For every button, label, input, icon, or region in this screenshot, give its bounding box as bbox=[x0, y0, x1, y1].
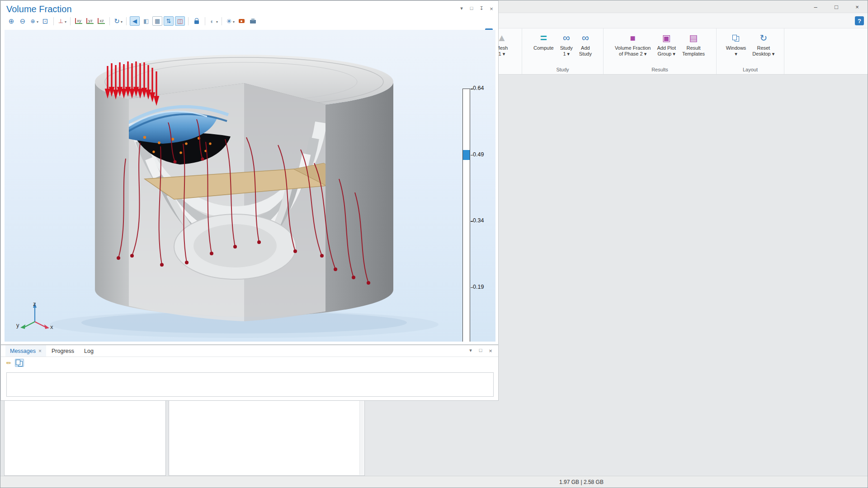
dropdown-caret bbox=[64, 18, 66, 24]
view-xz-button[interactable]: xz bbox=[96, 16, 106, 26]
view-yz-icon: yz bbox=[86, 18, 94, 24]
print-icon bbox=[250, 18, 256, 25]
ribbon-volume-fraction-button[interactable]: Volume Fractionof Phase 2 ▾ bbox=[612, 29, 653, 66]
add-plot-group-icon bbox=[662, 34, 671, 42]
rotate-scene-button[interactable] bbox=[113, 16, 123, 26]
default-view-button[interactable] bbox=[57, 16, 67, 26]
plot-3d-scene[interactable]: z x y 0.640.490.340.190.05 bbox=[5, 30, 495, 342]
legend-value: 0.49 bbox=[473, 151, 491, 158]
zoom-out-icon bbox=[19, 18, 26, 25]
lock-axes-icon bbox=[193, 18, 200, 25]
right-column: Volume Fraction xyyzxz Time=6000 s Isosu… bbox=[0, 0, 499, 401]
color-legend-bar bbox=[462, 89, 470, 342]
ribbon-study-button[interactable]: Study1 ▾ bbox=[557, 29, 576, 66]
axis-x-label: x bbox=[50, 324, 53, 330]
ribbon-windows-button[interactable]: Windows▾ bbox=[723, 29, 749, 66]
ribbon-compute-button[interactable]: Compute bbox=[531, 29, 557, 66]
legend-value: 0.64 bbox=[473, 85, 491, 91]
axis-y-label: y bbox=[16, 322, 19, 328]
tab-log[interactable]: Log bbox=[80, 345, 98, 357]
panel-menu-icon[interactable] bbox=[458, 5, 465, 12]
snapshot-icon bbox=[238, 18, 245, 25]
messages-tabs: MessagesProgressLog bbox=[1, 345, 498, 357]
scene-light-icon bbox=[209, 18, 216, 25]
lock-axes-button[interactable] bbox=[192, 16, 202, 26]
toolbar-separator bbox=[70, 17, 71, 25]
result-templates-icon bbox=[689, 34, 698, 42]
pointer-select-icon bbox=[132, 18, 138, 25]
environment-button[interactable] bbox=[225, 16, 235, 26]
close-panel-icon[interactable] bbox=[487, 347, 494, 354]
dropdown-caret bbox=[232, 18, 235, 24]
zoom-in-icon bbox=[8, 18, 15, 25]
clear-messages-icon[interactable] bbox=[5, 359, 12, 366]
toolbar-separator bbox=[109, 17, 110, 25]
zoom-box-button[interactable] bbox=[29, 16, 39, 26]
snapshot-button[interactable] bbox=[236, 16, 246, 26]
dropdown-caret bbox=[216, 18, 218, 24]
minimize-button[interactable]: – bbox=[805, 0, 826, 13]
legend-value: 0.19 bbox=[473, 284, 491, 290]
help-button[interactable]: ? bbox=[855, 16, 864, 25]
ribbon-group-label: Study bbox=[523, 66, 602, 74]
legend-tick bbox=[471, 221, 473, 222]
zoom-extents-button[interactable] bbox=[40, 16, 50, 26]
close-button[interactable]: × bbox=[847, 0, 868, 13]
toolbar-separator bbox=[53, 17, 54, 25]
view-xy-button[interactable]: xy bbox=[74, 16, 84, 26]
messages-toolbar bbox=[1, 357, 498, 368]
ribbon-group-results: Volume Fractionof Phase 2 ▾Add PlotGroup… bbox=[604, 28, 717, 74]
zoom-out-button[interactable] bbox=[18, 16, 28, 26]
panel-menu-icon[interactable] bbox=[467, 347, 474, 354]
pin-panel-icon[interactable] bbox=[478, 5, 485, 12]
color-legend-button[interactable] bbox=[175, 16, 185, 26]
ribbon-result-templates-button[interactable]: ResultTemplates bbox=[679, 29, 708, 66]
ribbon-group-study: ComputeStudy1 ▾AddStudyStudy bbox=[522, 28, 604, 74]
float-panel-icon[interactable] bbox=[468, 5, 475, 12]
default-view-icon bbox=[57, 18, 64, 25]
pointer-select-button[interactable] bbox=[130, 16, 140, 26]
axis-z-label: z bbox=[33, 301, 36, 307]
messages-panel-icons bbox=[467, 347, 498, 354]
float-panel-icon[interactable] bbox=[477, 347, 484, 354]
close-tab-icon[interactable] bbox=[38, 348, 42, 354]
memory-usage: 1.97 GB | 2.58 GB bbox=[525, 479, 638, 485]
view-yz-button[interactable]: yz bbox=[85, 16, 95, 26]
plot-settings-button[interactable] bbox=[164, 16, 174, 26]
zoom-in-button[interactable] bbox=[6, 16, 16, 26]
rotate-scene-icon bbox=[113, 18, 120, 25]
tab-messages[interactable]: Messages bbox=[5, 345, 46, 357]
transparency-icon bbox=[143, 18, 150, 25]
tab-progress[interactable]: Progress bbox=[47, 345, 79, 357]
close-panel-icon[interactable] bbox=[488, 5, 495, 12]
ribbon-add-plot-group-button[interactable]: Add PlotGroup ▾ bbox=[654, 29, 679, 66]
legend-value: 0.34 bbox=[473, 217, 491, 224]
tab-label: Messages bbox=[10, 348, 36, 354]
toolbar-separator bbox=[205, 17, 205, 25]
dropdown-caret bbox=[120, 18, 123, 24]
graphics-title: Volume Fraction bbox=[6, 4, 458, 14]
volume-fraction-plot bbox=[5, 30, 495, 342]
ribbon-add-study-button[interactable]: AddStudy bbox=[576, 29, 594, 66]
comsol-window: low_permeable_lens_bms.mph - COMSOL Mult… bbox=[0, 0, 868, 488]
reset-desktop-icon bbox=[760, 34, 767, 42]
study-icon bbox=[563, 34, 570, 42]
zoom-extents-icon bbox=[42, 18, 49, 25]
copy-messages-icon[interactable] bbox=[15, 359, 24, 367]
messages-panel: MessagesProgressLog bbox=[0, 345, 499, 401]
messages-content[interactable] bbox=[6, 372, 494, 397]
maximize-button[interactable]: □ bbox=[826, 0, 847, 13]
windows-icon bbox=[733, 34, 740, 42]
transparency-button[interactable] bbox=[141, 16, 151, 26]
toolbar-separator bbox=[188, 17, 189, 25]
show-grid-button[interactable] bbox=[152, 16, 162, 26]
volume-fraction-icon bbox=[629, 34, 636, 42]
plot-settings-icon bbox=[165, 18, 172, 25]
print-button[interactable] bbox=[248, 16, 258, 26]
scene-light-button[interactable] bbox=[208, 16, 218, 26]
tab-label: Log bbox=[84, 348, 94, 354]
color-legend-icon bbox=[177, 18, 184, 25]
environment-icon bbox=[226, 18, 232, 25]
toolbar-separator bbox=[126, 17, 127, 25]
ribbon-reset-desktop-button[interactable]: ResetDesktop ▾ bbox=[750, 29, 777, 66]
